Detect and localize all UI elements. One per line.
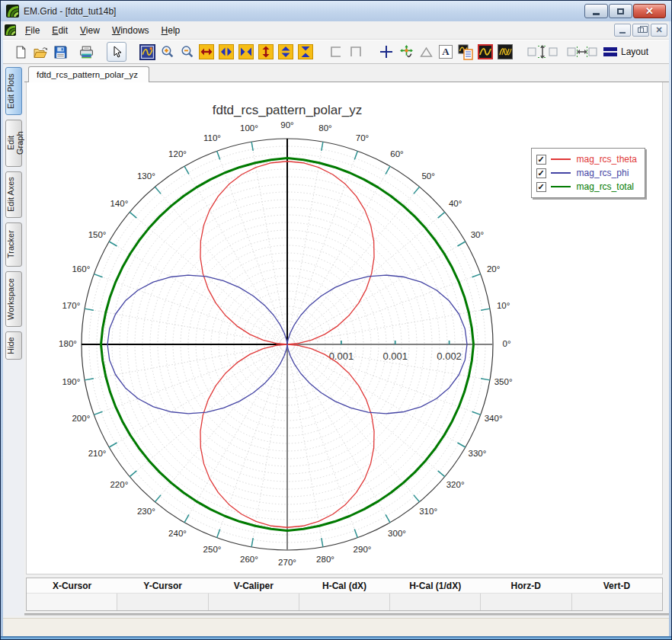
sidebar-tab-tracker[interactable]: Tracker (5, 222, 22, 267)
single-plot-button[interactable] (475, 42, 495, 62)
angle-label: 130° (137, 171, 155, 181)
shrink-x-icon (240, 46, 252, 58)
plot-list-button[interactable] (456, 42, 475, 62)
menu-edit[interactable]: Edit (46, 23, 74, 38)
angle-label: 100° (240, 123, 258, 133)
angle-tick (85, 309, 94, 310)
menu-file[interactable]: File (19, 23, 46, 38)
angle-label: 20° (487, 264, 500, 274)
legend-checkbox[interactable]: ✓ (536, 182, 546, 192)
menu-help[interactable]: Help (155, 23, 187, 38)
value-y-cursor (117, 594, 207, 610)
triangle-marker-button[interactable] (416, 42, 436, 62)
legend-checkbox[interactable]: ✓ (536, 168, 546, 178)
print-button[interactable] (76, 42, 96, 62)
single-plot-icon (479, 46, 491, 58)
new-file-button[interactable] (11, 42, 30, 62)
close-button[interactable]: ✕ (633, 4, 666, 18)
minimize-button[interactable] (584, 4, 608, 18)
sidebar-tab-edit-plots[interactable]: Edit Plots (5, 67, 22, 115)
legend-item-mag_rcs_theta[interactable]: ✓mag_rcs_theta (536, 152, 637, 166)
menu-windows[interactable]: Windows (106, 23, 155, 38)
caliper-top-button[interactable] (346, 42, 366, 62)
angle-tick (85, 379, 94, 380)
angle-label: 350° (494, 377, 513, 386)
plot-list-icon (458, 44, 474, 60)
mdi-close-button[interactable]: ✕ (651, 24, 667, 37)
mdi-restore-icon (638, 27, 644, 33)
layout-label: Layout (621, 46, 648, 57)
equal-vspace-button[interactable] (526, 42, 559, 62)
polar-grid-spoke (293, 242, 466, 341)
stretch-x-button[interactable] (216, 42, 236, 62)
legend-item-mag_rcs_phi[interactable]: ✓mag_rcs_phi (536, 166, 637, 180)
angle-label: 170° (62, 301, 80, 310)
text-annotation-icon: A (439, 45, 453, 59)
save-button[interactable] (50, 42, 70, 62)
mdi-window-buttons: ✕ (614, 24, 667, 37)
zoom-out-button[interactable] (177, 42, 197, 62)
zoom-in-button[interactable] (157, 42, 177, 62)
angle-tick (457, 443, 465, 447)
caliper-left-button[interactable] (326, 42, 346, 62)
pointer-tool-button[interactable] (107, 42, 126, 62)
crosshair-button[interactable] (376, 42, 396, 62)
angle-label: 330° (469, 449, 487, 458)
layout-button[interactable]: Layout (603, 46, 648, 57)
legend-checkbox[interactable]: ✓ (536, 155, 546, 165)
caliper-left-icon (330, 46, 342, 57)
angle-label: 110° (203, 133, 221, 142)
tracker-point-button[interactable] (396, 42, 416, 62)
caliper-top-icon (350, 46, 362, 57)
autoscale-plot-icon (139, 44, 155, 60)
angle-tick (94, 411, 102, 414)
mdi-minimize-button[interactable] (614, 24, 631, 37)
maximize-button[interactable] (609, 4, 632, 18)
zoom-in-icon (160, 45, 174, 59)
stretch-y-button[interactable] (276, 42, 296, 62)
angle-tick (386, 514, 390, 522)
expand-y-button[interactable] (256, 42, 276, 62)
col-v-caliper: V-Caliper (208, 578, 299, 593)
legend-line-sample (551, 186, 571, 187)
multi-plot-button[interactable] (495, 42, 515, 62)
document-tab[interactable]: fdtd_rcs_pattern_polar_yz (28, 66, 149, 82)
mdi-document-icon[interactable] (5, 24, 16, 36)
equal-hspace-button[interactable] (565, 42, 599, 62)
polar-grid-spoke (251, 351, 286, 547)
angle-tick (481, 379, 490, 380)
polar-grid-spoke (184, 166, 284, 338)
shrink-x-button[interactable] (236, 42, 256, 62)
legend-item-mag_rcs_total[interactable]: ✓mag_rcs_total (536, 180, 637, 194)
autoscale-button[interactable] (137, 42, 157, 62)
angle-label: 280° (316, 555, 334, 564)
angle-tick (109, 443, 117, 447)
expand-x-icon (200, 46, 213, 58)
polar-grid-spoke (292, 350, 420, 502)
menu-view[interactable]: View (74, 23, 106, 38)
polar-grid-spoke (291, 350, 391, 523)
legend-label: mag_rcs_total (577, 181, 634, 192)
angle-label: 300° (388, 529, 406, 538)
sidebar-tab-hide[interactable]: Hide (5, 331, 22, 360)
open-file-button[interactable] (30, 42, 50, 62)
mdi-restore-button[interactable] (632, 24, 649, 37)
sidebar-tab-edit-graph[interactable]: Edit Graph (5, 120, 22, 167)
print-icon (79, 46, 94, 59)
shrink-y-button[interactable] (296, 42, 315, 62)
menu-bar: File Edit View Windows Help ✕ (3, 21, 669, 40)
text-annotation-button[interactable]: A (436, 42, 456, 62)
title-bar: EM.Grid - [fdtd_tut14b] ✕ (1, 1, 671, 21)
cursor-headers: X-Cursor Y-Cursor V-Caliper H-Cal (dX) H… (27, 578, 662, 593)
polar-grid-spoke (85, 309, 280, 343)
sidebar-tab-workspace[interactable]: Workspace (5, 271, 22, 327)
angle-label: 60° (390, 149, 403, 158)
document-area: fdtd_rcs_pattern_polar_yz 0°10°20°30°40°… (24, 64, 669, 616)
angle-tick (386, 166, 390, 174)
document-tabrow: fdtd_rcs_pattern_polar_yz (24, 64, 669, 82)
expand-x-button[interactable] (197, 42, 216, 62)
sidebar-tab-edit-axes[interactable]: Edit Axes (5, 171, 22, 218)
radial-tick-label: 0.002 (437, 350, 462, 362)
angle-label: 190° (62, 377, 80, 386)
polar-grid-spoke (155, 187, 283, 339)
